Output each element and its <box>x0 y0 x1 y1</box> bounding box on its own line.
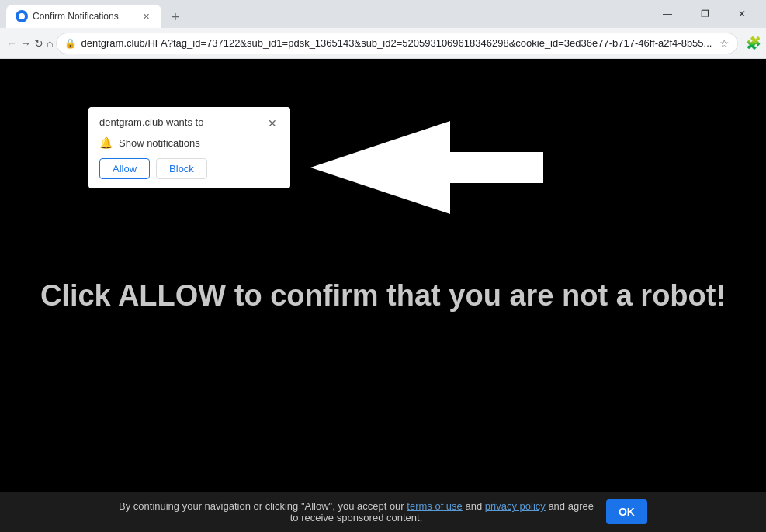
minimize-button[interactable]: — <box>650 2 685 26</box>
popup-notification-row: 🔔 Show notifications <box>99 136 279 149</box>
toolbar-icons: 🧩 👤 ⋮ <box>741 31 766 56</box>
tab-favicon <box>16 10 28 22</box>
main-page-text: Click ALLOW to confirm that you are not … <box>0 279 766 313</box>
content-area: dentgram.club wants to ✕ 🔔 Show notifica… <box>0 59 766 532</box>
address-text: dentgram.club/HFA?tag_id=737122&sub_id1=… <box>81 37 712 49</box>
address-bar[interactable]: 🔒 dentgram.club/HFA?tag_id=737122&sub_id… <box>56 33 738 54</box>
window-controls: — ❐ ✕ <box>650 2 760 26</box>
toolbar: ← → ↻ ⌂ 🔒 dentgram.club/HFA?tag_id=73712… <box>0 28 766 59</box>
title-bar: Confirm Notifications ✕ + — ❐ ✕ <box>0 0 766 28</box>
forward-button[interactable]: → <box>20 31 31 56</box>
bottom-text-mid: and <box>463 500 485 512</box>
lock-icon: 🔒 <box>64 38 76 49</box>
arrow-graphic <box>310 121 543 214</box>
allow-button[interactable]: Allow <box>99 158 150 179</box>
popup-close-button[interactable]: ✕ <box>265 116 279 130</box>
tab-close-button[interactable]: ✕ <box>140 10 152 22</box>
bell-icon: 🔔 <box>99 136 113 149</box>
back-button[interactable]: ← <box>6 31 17 56</box>
bookmark-icon[interactable]: ☆ <box>719 37 730 50</box>
home-button[interactable]: ⌂ <box>47 31 53 56</box>
bottom-bar: By continuing your navigation or clickin… <box>0 492 766 532</box>
ok-button[interactable]: OK <box>606 499 647 524</box>
tab-title: Confirm Notifications <box>33 11 135 22</box>
popup-header: dentgram.club wants to ✕ <box>99 116 279 130</box>
bottom-disclaimer: By continuing your navigation or clickin… <box>119 500 594 523</box>
popup-buttons: Allow Block <box>99 158 279 179</box>
extensions-button[interactable]: 🧩 <box>741 31 766 56</box>
notification-label: Show notifications <box>119 137 200 149</box>
bottom-text-before: By continuing your navigation or clickin… <box>119 500 407 512</box>
terms-of-use-link[interactable]: terms of use <box>407 500 463 512</box>
privacy-policy-link[interactable]: privacy policy <box>485 500 546 512</box>
new-tab-button[interactable]: + <box>165 6 186 28</box>
svg-marker-0 <box>310 121 543 214</box>
popup-title: dentgram.club wants to <box>99 116 203 128</box>
maximize-button[interactable]: ❐ <box>687 2 723 26</box>
reload-button[interactable]: ↻ <box>34 31 43 56</box>
browser-window: Confirm Notifications ✕ + — ❐ ✕ ← → ↻ ⌂ … <box>0 0 766 532</box>
tab-strip: Confirm Notifications ✕ + <box>6 0 646 28</box>
active-tab[interactable]: Confirm Notifications ✕ <box>6 5 161 28</box>
notification-popup: dentgram.club wants to ✕ 🔔 Show notifica… <box>88 107 290 188</box>
block-button[interactable]: Block <box>156 158 207 179</box>
close-button[interactable]: ✕ <box>724 2 760 26</box>
